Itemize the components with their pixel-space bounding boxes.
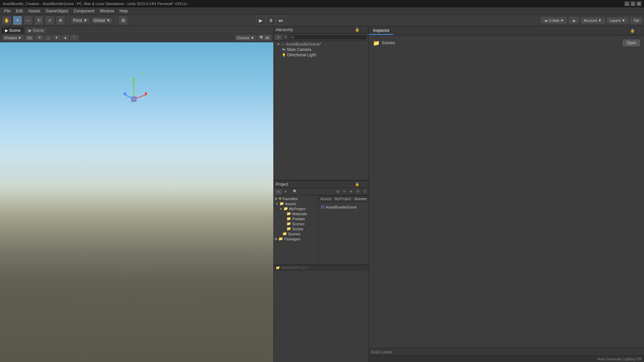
materials-label: Materials [292, 212, 307, 216]
project-prefabs[interactable]: ▶ 📁 Prefabs [274, 216, 318, 221]
hierarchy-toolbar: + ▼ [274, 34, 369, 41]
breadcrumb-myproject[interactable]: MyProject [335, 197, 351, 201]
project-favorites[interactable]: ▶ ★ Favorites [274, 196, 318, 201]
hierarchy-scene-item[interactable]: ▼ ✓ AssetBundleScene* ⋮ [274, 42, 369, 47]
scenes-folder-icon: 📁 [286, 222, 291, 226]
global-label: Global [94, 18, 105, 23]
close-button[interactable]: ✕ [637, 1, 641, 6]
menu-assets[interactable]: Assets [25, 8, 43, 14]
scene-check-icon: ✓ [281, 42, 284, 47]
maximize-button[interactable]: □ [631, 1, 635, 6]
tool-transform[interactable]: ⊕ [56, 16, 65, 25]
project-edit-icon[interactable]: ✏ [342, 189, 347, 194]
hierarchy-item-directional-light[interactable]: 💡 Directional Light [274, 52, 369, 58]
hierarchy-lock-icon[interactable]: 🔒 [355, 27, 360, 33]
layers-button[interactable]: Layers ▼ [607, 17, 629, 23]
collab-icon: ☁ [544, 18, 548, 22]
inspector-content: 📁 Scenes Open [369, 36, 644, 348]
favorites-label: Favorites [282, 197, 298, 201]
open-button[interactable]: Open [623, 40, 640, 46]
minimize-button[interactable]: — [625, 1, 629, 6]
tool-move[interactable]: ✦ [13, 16, 22, 25]
gizmos-dropdown[interactable]: Gizmos ▼ [235, 35, 256, 41]
tab-game[interactable]: ▶ Game [25, 27, 47, 34]
cloud-button[interactable]: ☁ [569, 17, 579, 23]
project-scripts[interactable]: ▶ 📁 Scripts [274, 226, 318, 231]
layout-button[interactable]: Tall [630, 17, 642, 23]
2d-button[interactable]: 2D [25, 35, 34, 41]
menu-edit[interactable]: Edit [13, 8, 25, 14]
toolbar-separator-1 [68, 16, 68, 24]
camera-button[interactable]: ● [62, 35, 69, 41]
scene-name-label: AssetBundleScene* [286, 42, 321, 47]
transform-gizmo [120, 76, 147, 106]
step-button[interactable]: ⏭ [276, 16, 286, 25]
project-add-button[interactable]: + [275, 189, 282, 194]
scene-menu-icon[interactable]: ⋮ [363, 42, 367, 47]
play-button[interactable]: ▶ [256, 16, 266, 25]
project-add-chevron: ▼ [284, 190, 287, 193]
asset-labels-text: Asset Labels [371, 350, 392, 354]
project-scenes-myproject[interactable]: ▶ 📁 Scenes [274, 221, 318, 226]
tab-inspector[interactable]: Inspector [369, 27, 393, 35]
scenes-folder-display-icon: 📁 [373, 40, 380, 46]
directional-light-label: Directional Light [287, 53, 316, 57]
scene-viewport[interactable]: y Stereo [0, 42, 273, 362]
project-materials[interactable]: ▶ 📁 Materials [274, 211, 318, 216]
inspector-scenes: 📁 Scenes Open [372, 38, 641, 48]
file-item-assetbundlescene[interactable]: ⧉ AssetBundleScene [320, 203, 367, 210]
svg-line-8 [27, 261, 137, 362]
tool-rect[interactable]: ⤢ [45, 16, 54, 25]
project-tree: ▶ ★ Favorites ▼ 📁 Assets ▼ 📁 MyProje [274, 195, 318, 264]
project-myproject[interactable]: ▼ 📁 MyProject [274, 206, 318, 211]
hierarchy-search-input[interactable] [288, 35, 367, 40]
breadcrumb-assets[interactable]: Assets [320, 197, 331, 201]
dots-button[interactable]: ⋮ [70, 35, 78, 41]
menu-help[interactable]: Help [117, 8, 130, 14]
project-assets[interactable]: ▼ 📁 Assets [274, 201, 318, 206]
svg-marker-21 [145, 92, 147, 96]
pause-button[interactable]: ⏸ [266, 16, 276, 25]
collab-chevron-icon: ▼ [560, 18, 564, 22]
project-star-icon[interactable]: ★ [348, 189, 354, 194]
inspector-tabs: Inspector 🔒 ⋮ [369, 26, 644, 36]
menu-gameobject[interactable]: GameObject [43, 8, 71, 14]
menu-window[interactable]: Window [97, 8, 117, 14]
myproject-folder-icon: 📁 [283, 206, 288, 211]
menu-component[interactable]: Component [71, 8, 97, 14]
effects-button[interactable]: ✦ [53, 35, 60, 41]
account-chevron-icon: ▼ [598, 18, 602, 22]
breadcrumb-scenes[interactable]: Scenes [354, 197, 367, 201]
shaded-dropdown[interactable]: Shaded ▼ [2, 35, 23, 41]
project-lock-icon[interactable]: 🔒 [355, 182, 360, 187]
all-dropdown[interactable]: 🔍 All [258, 35, 271, 41]
collab-button[interactable]: ☁ Collab ▼ [541, 17, 567, 23]
global-dropdown[interactable]: Global ▼ [91, 17, 113, 24]
hierarchy-item-main-camera[interactable]: 📷 Main Camera [274, 47, 369, 52]
menu-bar: File Edit Assets GameObject Component Wi… [0, 7, 644, 15]
inspector-menu-icon[interactable]: ⋮ [637, 28, 642, 34]
materials-folder-icon: 📁 [286, 212, 291, 216]
svg-line-14 [137, 261, 193, 362]
account-button[interactable]: Account ▼ [581, 17, 605, 23]
assets-arrow-icon: ▼ [275, 202, 279, 206]
project-view-icon[interactable]: ⊞ [335, 189, 340, 194]
project-packages[interactable]: ▶ 📁 Packages [274, 236, 318, 241]
lighting-button[interactable]: ☀ [36, 35, 44, 41]
inspector-lock-icon[interactable]: 🔒 [630, 28, 635, 34]
project-scenes-root[interactable]: ▶ 📁 Scenes [274, 231, 318, 236]
pivot-dropdown[interactable]: Pivot ▼ [71, 17, 90, 24]
tool-scale[interactable]: ↻ [34, 16, 44, 25]
tab-scene[interactable]: ▶ Scene [1, 27, 24, 34]
tool-rotate[interactable]: ↔ [23, 16, 33, 25]
menu-file[interactable]: File [1, 8, 13, 14]
hierarchy-menu-icon[interactable]: ⋮ [361, 27, 367, 33]
project-search-icon[interactable]: 🔍 [292, 189, 298, 194]
project-menu-icon[interactable]: ⋮ [361, 182, 367, 187]
project-file-area: ⧉ AssetBundleScene [318, 202, 369, 264]
project-settings-icon[interactable]: ⚙ [355, 189, 361, 194]
hierarchy-add-button[interactable]: + [275, 35, 282, 40]
tool-hand[interactable]: ✋ [2, 16, 11, 25]
snap-button[interactable]: ⊞ [118, 16, 128, 25]
audio-button[interactable]: ♪ [45, 35, 52, 41]
